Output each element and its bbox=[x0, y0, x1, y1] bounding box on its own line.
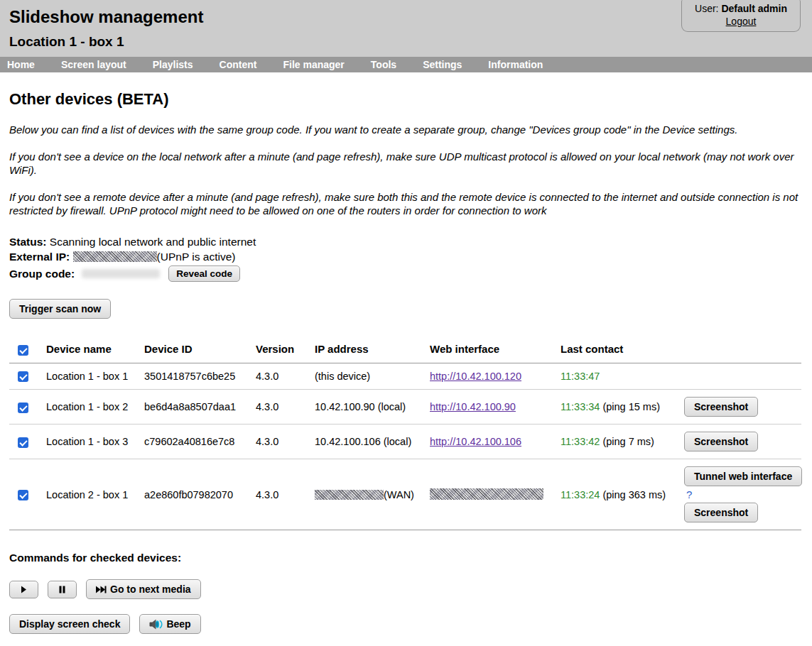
intro-paragraph-remote-device: If you don't see a remote device after a… bbox=[9, 190, 801, 217]
page-title: Other devices (BETA) bbox=[9, 90, 801, 109]
table-row: Location 1 - box 3 c79602a40816e7c8 4.3.… bbox=[9, 425, 801, 459]
intro-paragraph-group-code: Below you can find a list of devices wit… bbox=[9, 123, 801, 136]
device-ip: (this device) bbox=[315, 363, 430, 390]
web-interface-redacted bbox=[430, 488, 543, 500]
wan-ip-redacted bbox=[315, 490, 384, 500]
ping-value: (ping 363 ms) bbox=[602, 489, 666, 500]
device-version: 4.3.0 bbox=[256, 459, 315, 530]
external-ip-redacted bbox=[73, 251, 157, 262]
external-ip-label: External IP: bbox=[9, 251, 70, 263]
device-ip: (WAN) bbox=[315, 459, 430, 530]
nav-item-home[interactable]: Home bbox=[7, 59, 35, 70]
speaker-icon bbox=[149, 619, 163, 630]
col-device-id: Device ID bbox=[144, 339, 256, 363]
beep-label: Beep bbox=[166, 618, 190, 630]
status-block: Status: Scanning local network and publi… bbox=[9, 235, 801, 282]
table-header-row: Device name Device ID Version IP address… bbox=[9, 339, 801, 363]
device-subtitle: Location 1 - box 1 bbox=[9, 34, 812, 50]
ping-value: (ping 15 ms) bbox=[602, 401, 660, 412]
col-web-interface: Web interface bbox=[430, 339, 561, 363]
group-code-redacted bbox=[82, 269, 160, 278]
user-box: User: Default admin Logout bbox=[681, 0, 801, 32]
col-ip-address: IP address bbox=[315, 339, 430, 363]
col-last-contact: Last contact bbox=[561, 339, 684, 363]
screenshot-button[interactable]: Screenshot bbox=[684, 503, 758, 522]
table-row: Location 1 - box 1 3501418757c6be25 4.3.… bbox=[9, 363, 801, 390]
next-media-button[interactable]: Go to next media bbox=[86, 579, 201, 599]
nav-item-content[interactable]: Content bbox=[220, 59, 257, 70]
web-interface-link[interactable]: http://10.42.100.90 bbox=[430, 401, 516, 412]
nav-item-playlists[interactable]: Playlists bbox=[153, 59, 193, 70]
nav-item-settings[interactable]: Settings bbox=[423, 59, 462, 70]
commands-label: Commands for checked devices: bbox=[9, 552, 801, 564]
col-version: Version bbox=[256, 339, 315, 363]
nav-item-tools[interactable]: Tools bbox=[371, 59, 396, 70]
user-name: Default admin bbox=[721, 3, 787, 14]
devices-table: Device name Device ID Version IP address… bbox=[9, 339, 801, 530]
upnp-note: (UPnP is active) bbox=[157, 251, 236, 263]
main-nav: Home Screen layout Playlists Content Fil… bbox=[0, 57, 812, 72]
skip-next-icon bbox=[96, 586, 107, 593]
select-all-checkbox[interactable] bbox=[18, 345, 28, 356]
row-checkbox[interactable] bbox=[18, 371, 28, 382]
nav-item-information[interactable]: Information bbox=[488, 59, 543, 70]
user-label: User: bbox=[695, 3, 718, 14]
reveal-code-button[interactable]: Reveal code bbox=[168, 265, 240, 282]
tunnel-help-link[interactable]: ? bbox=[684, 488, 692, 500]
row-checkbox[interactable] bbox=[18, 437, 28, 448]
device-id: be6d4a8a8507daa1 bbox=[144, 390, 256, 425]
web-interface-link[interactable]: http://10.42.100.120 bbox=[430, 371, 521, 382]
tunnel-web-interface-button[interactable]: Tunnel web interface bbox=[684, 466, 802, 486]
beep-button[interactable]: Beep bbox=[139, 614, 200, 634]
screenshot-button[interactable]: Screenshot bbox=[684, 397, 758, 417]
col-device-name: Device name bbox=[46, 339, 144, 363]
nav-item-screen-layout[interactable]: Screen layout bbox=[61, 59, 126, 70]
wan-suffix: (WAN) bbox=[384, 489, 414, 500]
device-id: 3501418757c6be25 bbox=[144, 363, 256, 390]
device-name: Location 2 - box 1 bbox=[46, 459, 144, 530]
play-button[interactable] bbox=[9, 581, 38, 598]
device-name: Location 1 - box 1 bbox=[46, 363, 144, 390]
device-ip: 10.42.100.90 (local) bbox=[315, 390, 430, 425]
page-header: Slideshow management Location 1 - box 1 … bbox=[0, 0, 812, 57]
last-contact-time: 11:33:47 bbox=[561, 371, 600, 382]
logout-link[interactable]: Logout bbox=[726, 16, 757, 27]
device-version: 4.3.0 bbox=[256, 390, 315, 425]
device-name: Location 1 - box 3 bbox=[46, 425, 144, 459]
pause-button[interactable] bbox=[48, 581, 77, 598]
device-ip: 10.42.100.106 (local) bbox=[315, 425, 430, 459]
display-screen-check-button[interactable]: Display screen check bbox=[9, 614, 130, 634]
table-row: Location 2 - box 1 a2e860fb07982070 4.3.… bbox=[9, 459, 801, 530]
screenshot-button[interactable]: Screenshot bbox=[684, 432, 758, 451]
nav-item-file-manager[interactable]: File manager bbox=[283, 59, 344, 70]
device-id: a2e860fb07982070 bbox=[144, 459, 256, 530]
pause-icon bbox=[59, 586, 65, 593]
last-contact-time: 11:33:42 bbox=[561, 436, 600, 447]
web-interface-link[interactable]: http://10.42.100.106 bbox=[430, 436, 521, 447]
device-name: Location 1 - box 2 bbox=[46, 390, 144, 425]
commands-section: Commands for checked devices: Go to next… bbox=[0, 552, 812, 646]
main-content: Other devices (BETA) Below you can find … bbox=[0, 90, 812, 319]
table-row: Location 1 - box 2 be6d4a8a8507daa1 4.3.… bbox=[9, 390, 801, 425]
row-checkbox[interactable] bbox=[18, 403, 28, 413]
device-version: 4.3.0 bbox=[256, 363, 315, 390]
play-icon bbox=[21, 586, 27, 593]
intro-paragraph-local-network: If you don't see a device on the local n… bbox=[9, 150, 801, 177]
group-code-label: Group code: bbox=[9, 267, 75, 281]
row-checkbox[interactable] bbox=[18, 490, 28, 500]
status-value: Scanning local network and public intern… bbox=[50, 236, 256, 248]
status-label: Status: bbox=[9, 236, 47, 248]
device-id: c79602a40816e7c8 bbox=[144, 425, 256, 459]
ping-value: (ping 7 ms) bbox=[602, 436, 654, 447]
next-media-label: Go to next media bbox=[110, 584, 191, 595]
device-version: 4.3.0 bbox=[256, 425, 315, 459]
last-contact-time: 11:33:34 bbox=[561, 401, 600, 412]
last-contact-time: 11:33:24 bbox=[561, 489, 600, 500]
trigger-scan-button[interactable]: Trigger scan now bbox=[9, 299, 111, 319]
